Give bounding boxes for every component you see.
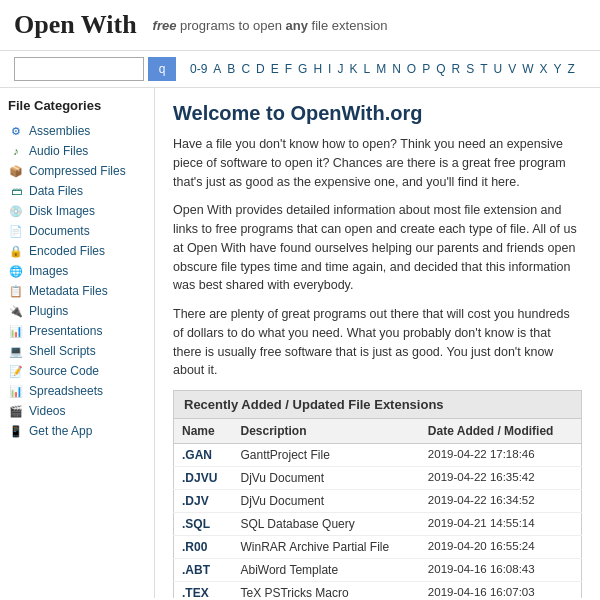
ext-date: 2019-04-22 16:35:42 xyxy=(420,467,582,490)
sidebar: File Categories ⚙Assemblies♪Audio Files📦… xyxy=(0,88,155,598)
alpha-nav-item[interactable]: K xyxy=(347,62,359,76)
table-row[interactable]: .DJVU DjVu Document 2019-04-22 16:35:42 xyxy=(174,467,582,490)
sidebar-icon: 📱 xyxy=(8,423,24,439)
alpha-nav-item[interactable]: F xyxy=(283,62,294,76)
ext-name: .SQL xyxy=(174,513,233,536)
ext-name: .DJVU xyxy=(174,467,233,490)
sidebar-item[interactable]: 🗃Data Files xyxy=(8,181,146,201)
alpha-nav-item[interactable]: S xyxy=(464,62,476,76)
table-row[interactable]: .TEX TeX PSTricks Macro 2019-04-16 16:07… xyxy=(174,582,582,599)
sidebar-icon: 🔒 xyxy=(8,243,24,259)
file-ext-tbody: .GAN GanttProject File 2019-04-22 17:18:… xyxy=(174,444,582,599)
alpha-nav-item[interactable]: X xyxy=(538,62,550,76)
sidebar-icon: 📊 xyxy=(8,323,24,339)
ext-date: 2019-04-22 17:18:46 xyxy=(420,444,582,467)
alpha-nav-item[interactable]: Z xyxy=(566,62,577,76)
alpha-nav-item[interactable]: 0-9 xyxy=(188,62,209,76)
col-description: Description xyxy=(232,419,419,444)
sidebar-item[interactable]: 🌐Images xyxy=(8,261,146,281)
alpha-nav-item[interactable]: Q xyxy=(434,62,447,76)
search-button[interactable]: q xyxy=(148,57,176,81)
main-layout: File Categories ⚙Assemblies♪Audio Files📦… xyxy=(0,88,600,598)
sidebar-icon: 🎬 xyxy=(8,403,24,419)
sidebar-item-label: Get the App xyxy=(29,424,92,438)
sidebar-item[interactable]: 📦Compressed Files xyxy=(8,161,146,181)
sidebar-item[interactable]: 📊Presentations xyxy=(8,321,146,341)
alpha-nav-item[interactable]: R xyxy=(450,62,463,76)
ext-description: DjVu Document xyxy=(232,467,419,490)
tagline-any: any xyxy=(286,18,308,33)
alpha-nav-item[interactable]: W xyxy=(520,62,535,76)
table-row[interactable]: .R00 WinRAR Archive Partial File 2019-04… xyxy=(174,536,582,559)
sidebar-item[interactable]: 🎬Videos xyxy=(8,401,146,421)
ext-description: GanttProject File xyxy=(232,444,419,467)
ext-description: SQL Database Query xyxy=(232,513,419,536)
sidebar-items: ⚙Assemblies♪Audio Files📦Compressed Files… xyxy=(8,121,146,441)
search-bar: q 0-9ABCDEFGHIJKLMNOPQRSTUVWXYZ xyxy=(0,51,600,88)
sidebar-item[interactable]: 📋Metadata Files xyxy=(8,281,146,301)
sidebar-icon: 💿 xyxy=(8,203,24,219)
ext-date: 2019-04-16 16:07:03 xyxy=(420,582,582,599)
alpha-nav-item[interactable]: N xyxy=(390,62,403,76)
col-name: Name xyxy=(174,419,233,444)
sidebar-item[interactable]: 💻Shell Scripts xyxy=(8,341,146,361)
alpha-nav-item[interactable]: E xyxy=(269,62,281,76)
sidebar-item[interactable]: 📱Get the App xyxy=(8,421,146,441)
alpha-nav: 0-9ABCDEFGHIJKLMNOPQRSTUVWXYZ xyxy=(188,62,577,76)
sidebar-item-label: Documents xyxy=(29,224,90,238)
alpha-nav-item[interactable]: D xyxy=(254,62,267,76)
sidebar-title: File Categories xyxy=(8,98,146,113)
sidebar-item[interactable]: ⚙Assemblies xyxy=(8,121,146,141)
ext-description: AbiWord Template xyxy=(232,559,419,582)
alpha-nav-item[interactable]: Y xyxy=(552,62,564,76)
sidebar-item-label: Audio Files xyxy=(29,144,88,158)
sidebar-item[interactable]: 📄Documents xyxy=(8,221,146,241)
content-area: Welcome to OpenWith.org Have a file you … xyxy=(155,88,600,598)
sidebar-icon: 📝 xyxy=(8,363,24,379)
sidebar-item-label: Spreadsheets xyxy=(29,384,103,398)
table-row[interactable]: .DJV DjVu Document 2019-04-22 16:34:52 xyxy=(174,490,582,513)
alpha-nav-item[interactable]: B xyxy=(225,62,237,76)
sidebar-item-label: Presentations xyxy=(29,324,102,338)
file-ext-table: Name Description Date Added / Modified .… xyxy=(173,418,582,598)
site-logo[interactable]: Open With xyxy=(14,10,137,40)
sidebar-icon: 🌐 xyxy=(8,263,24,279)
sidebar-icon: 💻 xyxy=(8,343,24,359)
table-row[interactable]: .SQL SQL Database Query 2019-04-21 14:55… xyxy=(174,513,582,536)
alpha-nav-item[interactable]: J xyxy=(335,62,345,76)
alpha-nav-item[interactable]: M xyxy=(374,62,388,76)
tagline-free: free xyxy=(153,18,177,33)
sidebar-item[interactable]: 💿Disk Images xyxy=(8,201,146,221)
site-tagline: free programs to open any file extension xyxy=(153,18,388,33)
page-title: Welcome to OpenWith.org xyxy=(173,102,582,125)
sidebar-item[interactable]: ♪Audio Files xyxy=(8,141,146,161)
sidebar-item-label: Data Files xyxy=(29,184,83,198)
sidebar-item-label: Disk Images xyxy=(29,204,95,218)
sidebar-item[interactable]: 🔒Encoded Files xyxy=(8,241,146,261)
sidebar-item[interactable]: 🔌Plugins xyxy=(8,301,146,321)
alpha-nav-item[interactable]: A xyxy=(211,62,223,76)
ext-date: 2019-04-21 14:55:14 xyxy=(420,513,582,536)
alpha-nav-item[interactable]: V xyxy=(506,62,518,76)
sidebar-item[interactable]: 📝Source Code xyxy=(8,361,146,381)
alpha-nav-item[interactable]: U xyxy=(492,62,505,76)
ext-name: .TEX xyxy=(174,582,233,599)
alpha-nav-item[interactable]: P xyxy=(420,62,432,76)
alpha-nav-item[interactable]: C xyxy=(239,62,252,76)
ext-name: .GAN xyxy=(174,444,233,467)
alpha-nav-item[interactable]: H xyxy=(311,62,324,76)
alpha-nav-item[interactable]: T xyxy=(478,62,489,76)
alpha-nav-item[interactable]: O xyxy=(405,62,418,76)
alpha-nav-item[interactable]: I xyxy=(326,62,333,76)
search-input[interactable] xyxy=(14,57,144,81)
ext-description: WinRAR Archive Partial File xyxy=(232,536,419,559)
sidebar-item[interactable]: 📊Spreadsheets xyxy=(8,381,146,401)
table-row[interactable]: .ABT AbiWord Template 2019-04-16 16:08:4… xyxy=(174,559,582,582)
table-row[interactable]: .GAN GanttProject File 2019-04-22 17:18:… xyxy=(174,444,582,467)
sidebar-icon: 🔌 xyxy=(8,303,24,319)
sidebar-item-label: Shell Scripts xyxy=(29,344,96,358)
ext-date: 2019-04-22 16:34:52 xyxy=(420,490,582,513)
alpha-nav-item[interactable]: G xyxy=(296,62,309,76)
sidebar-item-label: Metadata Files xyxy=(29,284,108,298)
alpha-nav-item[interactable]: L xyxy=(361,62,372,76)
